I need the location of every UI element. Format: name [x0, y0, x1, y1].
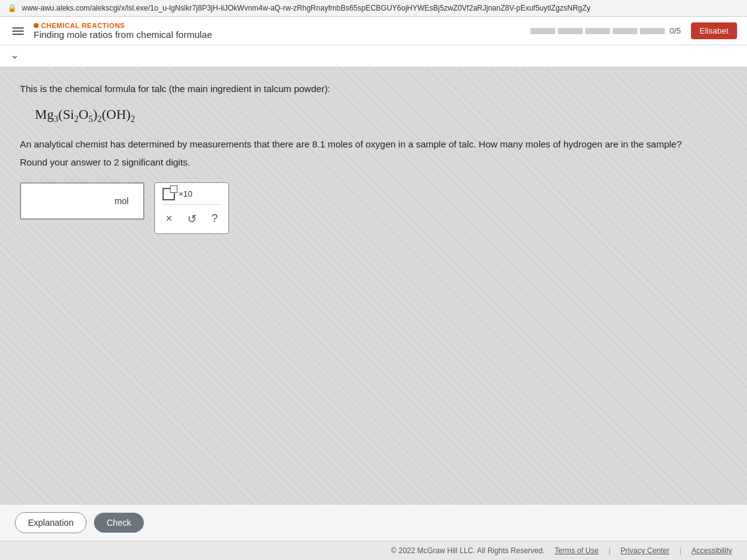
collapse-button[interactable]: ⌄: [10, 48, 19, 62]
lock-icon: 🔒: [7, 4, 17, 12]
accessibility-link[interactable]: Accessibility: [692, 546, 732, 555]
exponent-icon[interactable]: [162, 188, 175, 200]
progress-seg-5: [640, 28, 665, 34]
nav-right: 0/5 Elisabet: [530, 22, 737, 39]
formula-block: Mg3(Si2O5)2(OH)2: [35, 106, 727, 124]
explanation-button[interactable]: Explanation: [15, 512, 87, 533]
top-navigation: CHEMICAL REACTIONS Finding mole ratios f…: [0, 17, 747, 45]
copyright-text: © 2022 McGraw Hill LLC. All Rights Reser…: [391, 546, 545, 555]
input-row: mol ×10 × ↺ ?: [20, 182, 727, 234]
toolbar-top: ×10: [162, 188, 221, 205]
user-avatar[interactable]: Elisabet: [691, 22, 737, 39]
footer: © 2022 McGraw Hill LLC. All Rights Reser…: [0, 541, 747, 560]
privacy-link[interactable]: Privacy Center: [621, 546, 670, 555]
progress-label: 0/5: [670, 26, 681, 35]
chemical-formula: Mg3(Si2O5)2(OH)2: [35, 106, 135, 122]
superscript-box: [170, 185, 177, 193]
math-toolbar: ×10 × ↺ ?: [154, 182, 229, 234]
bottom-bar: Explanation Check: [0, 504, 747, 541]
address-bar: 🔒 www-awu.aleks.com/alekscgi/x/lsl.exe/1…: [0, 0, 747, 17]
url-text: www-awu.aleks.com/alekscgi/x/lsl.exe/1o_…: [22, 4, 591, 12]
chevron-row: ⌄: [0, 45, 747, 67]
category-dot: [34, 23, 39, 28]
answer-input[interactable]: [29, 195, 110, 206]
nav-category: CHEMICAL REACTIONS: [34, 22, 212, 29]
progress-seg-3: [585, 28, 610, 34]
nav-section: CHEMICAL REACTIONS Finding mole ratios f…: [34, 22, 212, 40]
nav-title: Finding mole ratios from chemical formul…: [34, 29, 212, 40]
progress-seg-4: [613, 28, 637, 34]
hamburger-menu[interactable]: [10, 25, 26, 37]
undo-button[interactable]: ↺: [185, 210, 199, 228]
answer-box[interactable]: mol: [20, 182, 144, 220]
question-body: An analytical chemist has determined by …: [20, 137, 727, 152]
toolbar-buttons: × ↺ ?: [162, 210, 221, 228]
mol-label: mol: [115, 196, 129, 206]
progress-seg-2: [558, 28, 583, 34]
clear-button[interactable]: ×: [163, 210, 175, 228]
main-content: This is the chemical formula for talc (t…: [0, 67, 747, 504]
question-intro: This is the chemical formula for talc (t…: [20, 82, 727, 96]
progress-seg-1: [530, 28, 555, 34]
terms-link[interactable]: Terms of Use: [555, 546, 599, 555]
x10-label: ×10: [179, 189, 192, 198]
help-button[interactable]: ?: [209, 210, 220, 228]
progress-bar: 0/5: [530, 26, 681, 35]
footer-links: Terms of Use | Privacy Center | Accessib…: [555, 546, 732, 555]
check-button[interactable]: Check: [94, 513, 144, 533]
nav-left: CHEMICAL REACTIONS Finding mole ratios f…: [10, 22, 212, 40]
round-note: Round your answer to 2 significant digit…: [20, 157, 727, 167]
